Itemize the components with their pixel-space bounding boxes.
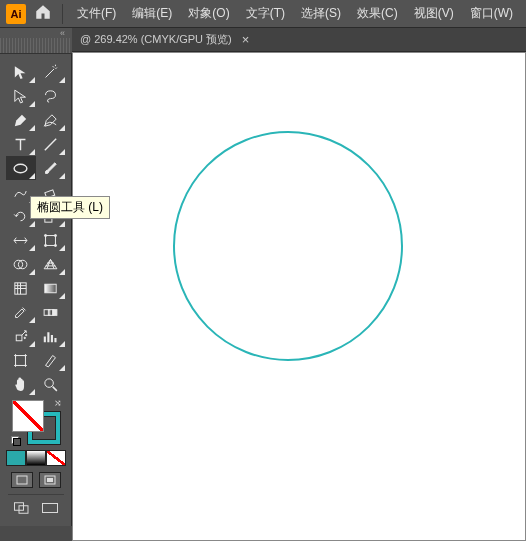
- draw-normal-icon[interactable]: [11, 472, 33, 488]
- draw-behind-icon[interactable]: [39, 472, 61, 488]
- mesh-tool[interactable]: [6, 276, 36, 300]
- lasso-tool[interactable]: [36, 84, 66, 108]
- svg-rect-16: [16, 335, 22, 341]
- svg-rect-13: [44, 309, 50, 315]
- svg-rect-23: [47, 478, 53, 482]
- fill-swatch[interactable]: [12, 400, 44, 432]
- screen-mode-row: [13, 501, 59, 518]
- color-mode-solid[interactable]: [6, 450, 26, 466]
- menu-file[interactable]: 文件(F): [73, 3, 120, 24]
- svg-rect-15: [53, 309, 57, 315]
- draw-mode-row: [11, 472, 61, 488]
- panel-drag-strip[interactable]: [0, 38, 72, 54]
- slice-tool[interactable]: [36, 348, 66, 372]
- svg-point-20: [45, 378, 54, 387]
- svg-rect-19: [16, 355, 26, 365]
- svg-rect-12: [45, 284, 56, 293]
- menu-window[interactable]: 窗口(W): [466, 3, 517, 24]
- menu-bar: Ai 文件(F) 编辑(E) 对象(O) 文字(T) 选择(S) 效果(C) 视…: [0, 0, 526, 28]
- home-icon[interactable]: [34, 3, 52, 24]
- svg-point-7: [44, 244, 46, 246]
- artboard[interactable]: [72, 52, 526, 541]
- column-graph-tool[interactable]: [36, 324, 66, 348]
- perspective-grid-tool[interactable]: [36, 252, 66, 276]
- menu-effect[interactable]: 效果(C): [353, 3, 402, 24]
- fill-stroke-swatch[interactable]: ⤭: [12, 400, 60, 444]
- svg-rect-26: [42, 504, 57, 513]
- svg-rect-4: [46, 235, 56, 245]
- screen-mode-icon[interactable]: [13, 501, 31, 518]
- menu-divider: [62, 4, 63, 24]
- menu-object[interactable]: 对象(O): [184, 3, 233, 24]
- svg-point-17: [24, 337, 25, 338]
- gradient-tool[interactable]: [36, 276, 66, 300]
- svg-point-18: [25, 334, 26, 335]
- shape-builder-tool[interactable]: [6, 252, 36, 276]
- document-tab[interactable]: @ 269.42% (CMYK/GPU 预览) ×: [72, 28, 257, 51]
- pen-tool[interactable]: [6, 108, 36, 132]
- color-mode-row: [6, 450, 66, 466]
- curvature-tool[interactable]: [36, 108, 66, 132]
- line-segment-tool[interactable]: [36, 132, 66, 156]
- svg-point-0: [14, 164, 27, 173]
- svg-point-5: [44, 234, 46, 236]
- toolbox-separator: [8, 494, 64, 495]
- collapse-icon: «: [60, 28, 66, 38]
- document-tab-bar: @ 269.42% (CMYK/GPU 预览) ×: [0, 28, 526, 52]
- paintbrush-tool[interactable]: [36, 156, 66, 180]
- edit-toolbar-icon[interactable]: [41, 501, 59, 518]
- free-transform-tool[interactable]: [36, 228, 66, 252]
- direct-selection-tool[interactable]: [6, 84, 36, 108]
- color-mode-none[interactable]: [46, 450, 66, 466]
- document-tab-title: @ 269.42% (CMYK/GPU 预览): [80, 32, 232, 47]
- hand-tool[interactable]: [6, 372, 36, 396]
- panel-collapse-bar[interactable]: «: [0, 28, 72, 38]
- zoom-tool[interactable]: [36, 372, 66, 396]
- menu-edit[interactable]: 编辑(E): [128, 3, 176, 24]
- magic-wand-tool[interactable]: [36, 60, 66, 84]
- svg-point-6: [54, 234, 56, 236]
- type-tool[interactable]: [6, 132, 36, 156]
- selection-tool[interactable]: [6, 60, 36, 84]
- swap-fill-stroke-icon[interactable]: ⤭: [54, 398, 62, 408]
- symbol-sprayer-tool[interactable]: [6, 324, 36, 348]
- toolbox-panel: ⤭: [0, 54, 72, 526]
- svg-rect-21: [17, 476, 27, 484]
- canvas-ellipse-shape[interactable]: [173, 131, 403, 361]
- blend-tool[interactable]: [36, 300, 66, 324]
- eyedropper-tool[interactable]: [6, 300, 36, 324]
- color-mode-gradient[interactable]: [26, 450, 46, 466]
- menu-view[interactable]: 视图(V): [410, 3, 458, 24]
- close-icon[interactable]: ×: [242, 32, 250, 47]
- app-logo: Ai: [6, 4, 26, 24]
- width-tool[interactable]: [6, 228, 36, 252]
- ellipse-tool[interactable]: [6, 156, 36, 180]
- artboard-tool[interactable]: [6, 348, 36, 372]
- ellipse-tool-tooltip: 椭圆工具 (L): [30, 196, 110, 219]
- menu-type[interactable]: 文字(T): [242, 3, 289, 24]
- svg-point-8: [54, 244, 56, 246]
- default-fill-stroke-icon[interactable]: [11, 436, 21, 446]
- menu-select[interactable]: 选择(S): [297, 3, 345, 24]
